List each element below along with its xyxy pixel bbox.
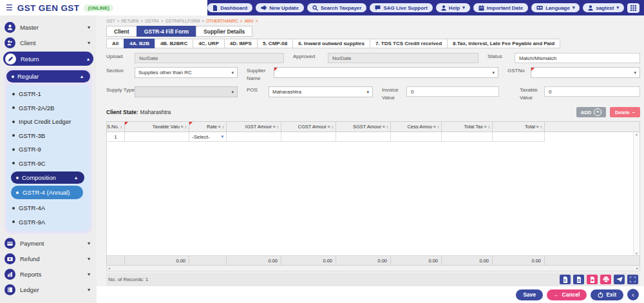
tab-5-cmp08[interactable]: 5. CMP-08 (257, 39, 293, 48)
send-button[interactable] (614, 275, 625, 284)
breadcrumb-return[interactable]: RETURN (121, 19, 138, 23)
column-menu-icon[interactable]: ≡ (536, 124, 539, 129)
tab-4b-b2brc[interactable]: 4B. B2BRC (155, 39, 193, 48)
important-date-button[interactable]: Important Date (473, 3, 528, 12)
supply-type-select[interactable]: ▾ (135, 86, 238, 97)
sidebar-item-gstr4a[interactable]: GSTR-4A (12, 201, 89, 215)
sidebar-item-gstr3b[interactable]: GSTR-3B (12, 129, 89, 143)
column-menu-icon[interactable]: ≡ (484, 124, 487, 129)
print-button[interactable] (600, 275, 611, 284)
sidebar-item-gstr1[interactable]: GSTR-1 (12, 87, 89, 101)
doc-export-button[interactable] (573, 275, 584, 284)
column-header-taxable-value[interactable]: Taxable Valu≡↕ (125, 122, 189, 132)
sag-live-support-button[interactable]: SAG Live Support (370, 3, 432, 12)
breadcrumb-otherthanrc[interactable]: OTHERTHANRC (206, 19, 238, 23)
gstno-select[interactable]: ▾ (531, 67, 640, 78)
sidebar-item-master[interactable]: Master ▾ (5, 21, 92, 34)
cell-cess[interactable] (391, 132, 442, 142)
cell-cgst[interactable] (281, 132, 336, 142)
column-header-total[interactable]: Total≡↕ (493, 122, 545, 132)
cancel-button[interactable]: ← Cancel (547, 289, 587, 300)
dashboard-button[interactable]: Dashboard (207, 3, 252, 12)
exit-button[interactable]: Exit (591, 289, 623, 300)
fullscreen-button[interactable] (627, 275, 638, 284)
column-header-cess[interactable]: Cess Amou≡↕ (391, 122, 442, 132)
breadcrumb-gst[interactable]: GST (106, 19, 115, 23)
sidebar-item-input-credit-ledger[interactable]: Input Credit Ledger (12, 115, 89, 129)
sort-icon[interactable]: ↕ (222, 124, 224, 129)
breadcrumb-amv[interactable]: AMV (245, 19, 254, 23)
scroll-left-icon[interactable]: ◂ (108, 266, 110, 270)
vertical-scrollbar[interactable]: ▴ ▾ (633, 132, 639, 255)
sort-icon[interactable]: ↕ (120, 124, 122, 129)
cell-sgst[interactable] (336, 132, 391, 142)
supplier-name-select[interactable]: ▾ (274, 67, 498, 78)
add-button[interactable]: ADD + (576, 107, 606, 117)
tab-7-tds-tcs[interactable]: 7. TDS TCS Credit received (370, 39, 448, 48)
sort-icon[interactable]: ↕ (488, 124, 490, 129)
search-taxpayer-button[interactable]: Search Taxpayer (307, 3, 366, 12)
sidebar-item-refund[interactable]: Refund ▾ (5, 252, 92, 266)
excel-export-button[interactable] (560, 275, 571, 284)
section-select[interactable]: Supplies other than RC ▾ (135, 67, 238, 78)
sidebar-item-gstr4-annual[interactable]: GSTR-4 (Annual) (11, 186, 83, 199)
taxable-value-field[interactable]: 0 (544, 86, 640, 97)
invoice-value-field[interactable]: 0 (406, 86, 499, 97)
sidebar-item-gstr9[interactable]: GSTR-9 (12, 142, 89, 157)
breadcrumb-gstr4[interactable]: GSTR4 (145, 19, 159, 23)
column-menu-icon[interactable]: ≡ (181, 124, 184, 129)
column-menu-icon[interactable]: ≡ (218, 124, 221, 129)
sort-icon[interactable]: ↕ (437, 124, 439, 129)
column-header-cgst[interactable]: CGST Amour≡↕ (281, 122, 336, 132)
tab-gstr4-fill-form[interactable]: GSTR-4 Fill Form (137, 26, 196, 37)
sidebar-item-payment[interactable]: Payment ▾ (5, 237, 92, 250)
sidebar-item-ledger[interactable]: Ledger ▾ (5, 283, 92, 297)
tab-6-inward-outward[interactable]: 6. Inward outward supplies (292, 39, 370, 48)
sidebar-item-reports[interactable]: Reports ▾ (5, 268, 92, 281)
save-button[interactable]: Save (516, 289, 543, 300)
language-menu-button[interactable]: Language ▾ (531, 3, 580, 12)
table-row[interactable]: 1 -Select- ▾ (107, 132, 639, 142)
sidebar-item-gstr9c[interactable]: GSTR-9C (12, 157, 89, 171)
sort-icon[interactable]: ↕ (386, 124, 388, 129)
sidebar-item-client[interactable]: Client ▾ (5, 36, 92, 50)
sort-icon[interactable]: ↕ (277, 124, 279, 129)
column-menu-icon[interactable]: ≡ (383, 124, 385, 129)
pos-select[interactable]: Maharashtra ▾ (269, 86, 373, 97)
cell-taxable-value[interactable] (125, 132, 189, 142)
tab-4d-imps[interactable]: 4D. IMPS (224, 39, 258, 48)
horizontal-scrollbar[interactable]: ◂ ▸ (106, 266, 640, 271)
hamburger-menu-icon[interactable]: ☰ (6, 4, 13, 12)
cell-total-tax[interactable] (442, 132, 493, 142)
column-menu-icon[interactable]: ≡ (433, 124, 436, 129)
cell-igst[interactable] (227, 132, 281, 142)
delete-button[interactable]: Delete − (610, 107, 640, 117)
status-field[interactable]: Match/Mismatch (515, 53, 640, 63)
breadcrumb-gstr4fillform[interactable]: GSTR4FILLFORM (166, 19, 200, 23)
cell-rate-select[interactable]: -Select- ▾ (189, 132, 227, 142)
collapse-button[interactable]: ‹ (627, 289, 639, 300)
tab-client[interactable]: Client (106, 26, 137, 37)
cell-total[interactable] (493, 132, 545, 142)
sidebar-item-gstr9a[interactable]: GSTR-9A (12, 215, 89, 230)
tab-all[interactable]: All (106, 39, 124, 48)
scroll-up-icon[interactable]: ▴ (636, 132, 638, 136)
tab-supplier-details[interactable]: Supplier Details (196, 26, 252, 37)
help-menu-button[interactable]: Help ▾ (436, 3, 470, 12)
sidebar-item-gstr2a2b[interactable]: GSTR-2A/2B (12, 101, 89, 115)
column-header-rate[interactable]: Rate≡↕ (189, 122, 227, 132)
column-menu-icon[interactable]: ≡ (273, 124, 276, 129)
tab-4a-b2b[interactable]: 4A. B2B (124, 39, 155, 48)
pdf-export-button[interactable] (587, 275, 598, 284)
sidebar-item-return[interactable]: Return ▴ (3, 52, 93, 66)
sort-icon[interactable]: ↕ (185, 124, 187, 129)
apps-grid-button[interactable] (627, 3, 639, 13)
column-header-igst[interactable]: IGST Amour≡↕ (227, 122, 281, 132)
tab-4c-urp[interactable]: 4C. URP (193, 39, 225, 48)
column-header-total-tax[interactable]: Total Tax≡↕ (442, 122, 493, 132)
tab-8-tax-interest[interactable]: 8.Tax, Interest, Late Fee Payable and Pa… (447, 39, 560, 48)
column-menu-icon[interactable]: ≡ (328, 124, 330, 129)
sidebar-item-composition[interactable]: Composition ▴ (11, 171, 84, 184)
sort-icon[interactable]: ↕ (540, 124, 542, 129)
sort-icon[interactable]: ↕ (332, 124, 334, 129)
